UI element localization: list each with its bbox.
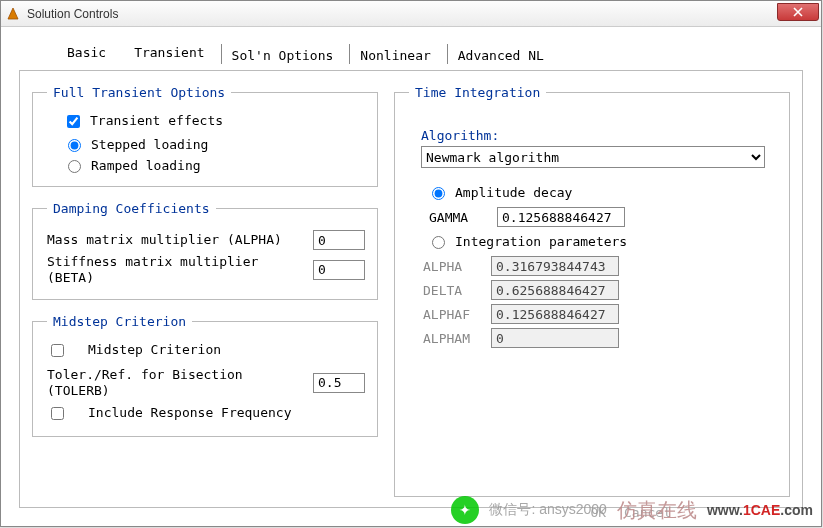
integration-params-label: Integration parameters (455, 234, 627, 249)
ramped-loading-label: Ramped loading (91, 158, 201, 173)
transient-effects-label: Transient effects (90, 113, 223, 128)
alpha-label: ALPHA (413, 259, 491, 274)
tab-basic[interactable]: Basic (55, 41, 118, 64)
stiff-beta-input[interactable] (313, 260, 365, 280)
solution-controls-window: Solution Controls Basic Transient Sol'n … (0, 0, 822, 527)
tab-advanced-nl[interactable]: Advanced NL (447, 44, 556, 64)
tolerb-input[interactable] (313, 373, 365, 393)
delta-input (491, 280, 619, 300)
time-integration-legend: Time Integration (409, 85, 546, 100)
time-integration-group: Time Integration Algorithm: Newmark algo… (394, 85, 790, 497)
include-response-checkbox[interactable] (51, 407, 64, 420)
window-title: Solution Controls (27, 7, 118, 21)
gamma-label: GAMMA (419, 210, 497, 225)
tolerb-label: Toler./Ref. for Bisection (TOLERB) (47, 367, 313, 398)
full-transient-options-group: Full Transient Options Transient effects… (32, 85, 378, 187)
app-icon (5, 6, 21, 22)
full-transient-legend: Full Transient Options (47, 85, 231, 100)
content-area: Basic Transient Sol'n Options Nonlinear … (1, 27, 821, 526)
alpham-input (491, 328, 619, 348)
transient-effects-checkbox[interactable] (67, 115, 80, 128)
alpham-label: ALPHAM (413, 331, 491, 346)
tabs: Basic Transient Sol'n Options Nonlinear … (55, 41, 803, 64)
mass-alpha-label: Mass matrix multiplier (ALPHA) (47, 232, 313, 248)
titlebar: Solution Controls (1, 1, 821, 27)
midstep-legend: Midstep Criterion (47, 314, 192, 329)
stepped-loading-radio[interactable] (68, 139, 81, 152)
alphaf-label: ALPHAF (413, 307, 491, 322)
midstep-criterion-checkbox[interactable] (51, 344, 64, 357)
ok-button[interactable]: OK (590, 505, 606, 520)
stepped-loading-label: Stepped loading (91, 137, 208, 152)
stiff-beta-label: Stiffness matrix multiplier (BETA) (47, 254, 313, 285)
midstep-criterion-group: Midstep Criterion Midstep Criterion Tole… (32, 314, 378, 437)
tab-panel: Full Transient Options Transient effects… (19, 70, 803, 508)
right-column: Time Integration Algorithm: Newmark algo… (394, 85, 790, 497)
left-column: Full Transient Options Transient effects… (32, 85, 378, 497)
mass-alpha-input[interactable] (313, 230, 365, 250)
tab-nonlinear[interactable]: Nonlinear (349, 44, 442, 64)
alphaf-input (491, 304, 619, 324)
algorithm-label: Algorithm: (421, 128, 777, 143)
tab-transient[interactable]: Transient (122, 41, 216, 64)
cancel-button[interactable]: Cancel (624, 505, 671, 520)
amplitude-decay-label: Amplitude decay (455, 185, 572, 200)
tab-soln-options[interactable]: Sol'n Options (221, 44, 346, 64)
ramped-loading-radio[interactable] (68, 160, 81, 173)
damping-legend: Damping Coefficients (47, 201, 216, 216)
integration-params-radio[interactable] (432, 236, 445, 249)
algorithm-select[interactable]: Newmark algorithm (421, 146, 765, 168)
midstep-criterion-label: Midstep Criterion (74, 342, 221, 357)
close-button[interactable] (777, 3, 819, 21)
damping-coefficients-group: Damping Coefficients Mass matrix multipl… (32, 201, 378, 300)
close-icon (793, 7, 803, 17)
amplitude-decay-radio[interactable] (432, 187, 445, 200)
delta-label: DELTA (413, 283, 491, 298)
alpha-input (491, 256, 619, 276)
include-response-label: Include Response Frequency (74, 405, 292, 420)
gamma-input[interactable] (497, 207, 625, 227)
footer-buttons: OK Cancel (590, 505, 671, 520)
